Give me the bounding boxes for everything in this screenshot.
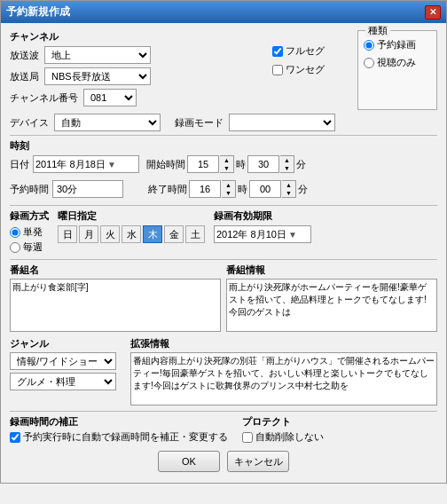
hour-label1: 時	[236, 158, 246, 171]
type-watch-label: 視聴のみ	[377, 56, 416, 69]
recording-method-group: 録画方式 単発 毎週	[10, 209, 49, 256]
device-label: デバイス	[10, 116, 49, 130]
day-tue[interactable]: 火	[100, 225, 120, 243]
min-label1: 分	[296, 158, 306, 171]
broadcast-label: 放送波	[10, 49, 39, 62]
title-bar-buttons: ✕	[425, 5, 441, 20]
channel-number-label: チャンネル番号	[10, 91, 78, 105]
weekly-label: 毎週	[23, 240, 43, 254]
rec-method-label: 録画方式	[10, 209, 49, 223]
close-button[interactable]: ✕	[425, 5, 441, 20]
oneseg-label: ワンセグ	[286, 63, 325, 76]
end-hour-down[interactable]: ▼	[222, 189, 235, 197]
day-fri[interactable]: 金	[164, 225, 184, 243]
day-label: 曜日指定	[58, 209, 205, 223]
start-time-label: 開始時間	[146, 158, 185, 171]
cancel-button[interactable]: キャンセル	[227, 451, 289, 472]
correction-group: 録画時間の補正 予約実行時に自動で録画時間を補正・変更する	[10, 415, 228, 445]
rec-mode-label: 録画モード	[175, 116, 224, 130]
date-picker[interactable]: 2011年 8月18日 ▼	[33, 155, 139, 173]
protect-checkbox-label: 自動削除しない	[255, 430, 324, 444]
end-min-up[interactable]: ▲	[282, 181, 295, 189]
protect-group: プロテクト 自動削除しない	[242, 415, 324, 445]
end-hour-up[interactable]: ▲	[222, 181, 235, 189]
correction-label: 録画時間の補正	[10, 415, 228, 429]
type-record-radio[interactable]	[364, 40, 374, 51]
valid-date-value: 2012年 8月10日	[216, 228, 286, 241]
time-section-label: 時刻	[10, 139, 437, 153]
reserved-time-display: 30分	[52, 180, 123, 198]
broadcast-select[interactable]: 地上	[44, 46, 151, 64]
day-mon[interactable]: 月	[79, 225, 98, 243]
reserved-time-label: 予約時間	[10, 183, 49, 196]
genre2-select[interactable]: グルメ・料理	[10, 373, 116, 390]
day-group: 曜日指定 日 月 火 水 木 金 土	[58, 209, 205, 243]
day-thu[interactable]: 木	[143, 225, 162, 243]
type-label: 種類	[365, 24, 390, 37]
end-hour-input[interactable]	[189, 180, 221, 198]
single-label: 単発	[23, 225, 43, 239]
protect-label: プロテクト	[242, 415, 324, 429]
device-select[interactable]: 自動	[54, 114, 161, 131]
protect-checkbox[interactable]	[242, 432, 253, 443]
channel-section-label: チャンネル	[10, 30, 267, 43]
date-value: 2011年 8月18日	[35, 158, 106, 171]
program-info-label: 番組情報	[226, 264, 437, 277]
program-name-label: 番組名	[10, 264, 221, 277]
date-label: 日付	[10, 158, 29, 171]
start-min-down[interactable]: ▼	[280, 164, 294, 172]
min-label2: 分	[298, 183, 308, 196]
day-sat[interactable]: 土	[185, 225, 205, 243]
valid-calendar-icon: ▼	[288, 230, 297, 240]
channel-number-select[interactable]: 081	[83, 89, 137, 106]
day-wed[interactable]: 水	[122, 225, 141, 243]
end-time-label: 終了時間	[148, 183, 187, 196]
single-radio[interactable]	[10, 227, 20, 238]
start-min-input[interactable]	[247, 155, 279, 173]
end-min-input[interactable]	[249, 180, 281, 198]
fullseg-label: フルセグ	[286, 44, 325, 58]
day-sun[interactable]: 日	[58, 225, 77, 243]
weekly-radio[interactable]	[10, 242, 20, 253]
program-info-textarea[interactable]: 雨上がり決死隊がホームパーティーを開催!豪華ゲストを招いて、絶品料理とトークでも…	[226, 279, 437, 332]
title-bar: 予約新規作成 ✕	[1, 1, 446, 23]
station-label: 放送局	[10, 70, 39, 83]
end-min-down[interactable]: ▼	[282, 189, 295, 197]
station-select[interactable]: NBS長野放送	[44, 67, 151, 85]
valid-group: 録画有効期限 2012年 8月10日 ▼	[214, 209, 311, 243]
calendar-icon: ▼	[107, 160, 116, 169]
correction-checkbox[interactable]	[10, 432, 20, 443]
dialog-window: 予約新規作成 ✕ チャンネル 放送波 地上 放送局 NBS長野放送	[0, 0, 447, 484]
correction-checkbox-label: 予約実行時に自動で録画時間を補正・変更する	[23, 430, 228, 444]
genre1-select[interactable]: 情報/ワイドショー	[10, 352, 116, 370]
oneseg-checkbox[interactable]	[272, 65, 283, 75]
start-hour-input[interactable]	[187, 155, 219, 173]
type-group: 種類 予約録画 視聴のみ	[357, 30, 437, 110]
start-hour-down[interactable]: ▼	[220, 164, 233, 172]
window-title: 予約新規作成	[6, 4, 70, 20]
program-name-textarea[interactable]: 雨上がり食楽部[字]	[10, 279, 221, 332]
genre-label: ジャンル	[10, 337, 125, 350]
ok-button[interactable]: OK	[158, 451, 220, 472]
fullseg-checkbox[interactable]	[272, 46, 283, 57]
type-record-label: 予約録画	[377, 38, 416, 51]
start-min-up[interactable]: ▲	[280, 156, 294, 164]
type-watch-radio[interactable]	[364, 58, 374, 68]
start-hour-up[interactable]: ▲	[220, 156, 233, 164]
valid-label: 録画有効期限	[214, 209, 311, 223]
extended-textarea[interactable]: 番組内容雨上がり決死隊の別荘「雨上がりハウス」で開催されるホームパーティー!毎回…	[130, 352, 437, 406]
valid-date-picker[interactable]: 2012年 8月10日 ▼	[214, 225, 311, 243]
extended-label: 拡張情報	[130, 337, 437, 350]
hour-label2: 時	[238, 183, 247, 196]
rec-mode-select[interactable]	[229, 114, 335, 131]
